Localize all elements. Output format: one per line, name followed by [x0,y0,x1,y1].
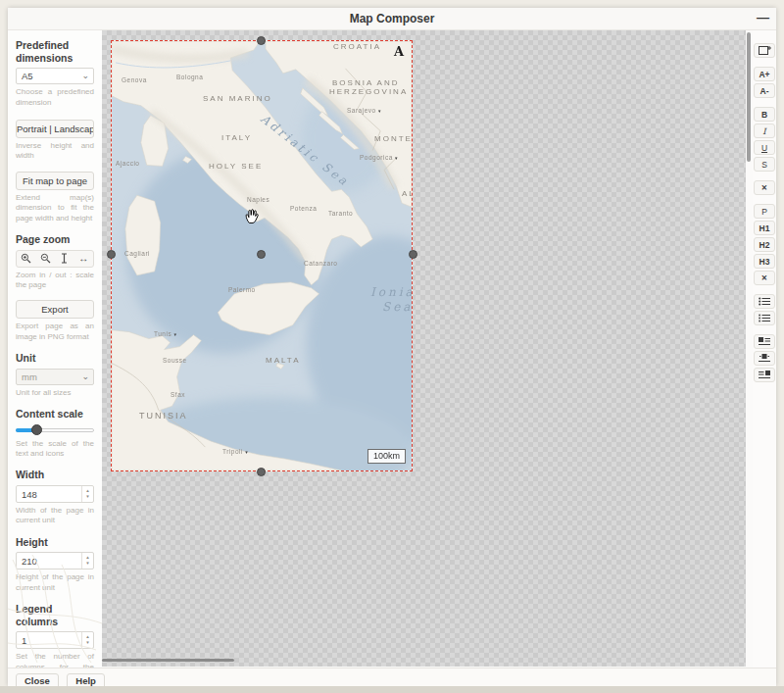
chevron-down-icon: ⌄ [81,69,89,83]
titlebar: Map Composer — [8,8,776,30]
width-field-wrap: ▲▼ [16,485,94,503]
paragraph-button[interactable]: P [754,204,775,219]
page-zoom-heading: Page zoom [16,233,94,246]
unit-select[interactable]: mm ⌄ [16,369,94,385]
sidebar: Predefined dimensions A5 ⌄ Choose a pred… [8,30,102,668]
spinner-down-icon[interactable]: ▼ [85,561,89,567]
chevron-down-icon: ⌄ [81,370,89,384]
scale-bar: 100km [368,449,406,464]
export-button[interactable]: Export [16,300,94,319]
font-decrease-button[interactable]: A- [754,83,775,98]
align-left-button[interactable] [754,334,775,349]
align-right-button[interactable] [754,368,775,382]
heading-1-button[interactable]: H1 [754,221,775,235]
composer-canvas[interactable]: CROATIA BOSNIA AND HERZEGOVINA SAN MARIN… [102,30,746,667]
add-page-icon [759,45,771,56]
predefined-dimension-value: A5 [22,71,33,81]
align-center-icon [759,354,770,363]
heading-2-button[interactable]: H2 [754,237,775,252]
section-page-zoom: Page zoom ↔ Zoom in / out : scale the pa… [16,233,94,290]
height-input[interactable] [17,553,81,569]
height-heading: Height [16,536,94,549]
unit-heading: Unit [16,352,94,365]
spinner-down-icon[interactable]: ▼ [85,494,89,500]
predefined-dimension-select[interactable]: A5 ⌄ [16,68,94,84]
city-marker-icon: ▾ [245,449,248,455]
label-malta: MALTA [266,356,300,365]
height-spinner[interactable]: ▲▼ [81,553,93,569]
label-bosnia-line1: BOSNIA AND [332,78,399,87]
legend-columns-field-wrap: ▲▼ [16,631,94,649]
strikethrough-button[interactable]: S [754,157,775,172]
font-increase-button[interactable]: A+ [754,67,775,81]
slider-knob[interactable] [31,424,42,435]
label-sousse: Sousse [163,357,187,364]
width-spinner[interactable]: ▲▼ [81,486,93,502]
horizontal-scrollbar[interactable] [102,659,234,662]
label-podgorica: Podgorica ▾ [360,154,398,161]
label-catanzaro: Catanzaro [304,260,338,267]
section-content-scale: Content scale Set the scale of the text … [16,408,94,459]
section-fit-map: Fit map to page Extend map(s) dimension … [16,172,94,223]
city-marker-icon: ▾ [173,331,176,337]
ordered-list-button[interactable] [754,311,775,325]
label-albania: AL [402,189,413,198]
vertical-scrollbar[interactable] [747,32,751,162]
bold-button[interactable]: B [754,107,775,122]
text-toolbar: A+ A- B I U S ✕ P H1 H2 H3 ✕ [753,30,776,668]
label-sfax: Sfax [171,391,185,398]
label-taranto: Taranto [328,210,353,217]
page-zoom-hint: Zoom in / out : scale the page [16,271,94,291]
legend-columns-input[interactable] [17,632,81,648]
section-height: Height ▲▼ Height of the page in current … [16,536,94,593]
section-predefined-dimensions: Predefined dimensions A5 ⌄ Choose a pred… [16,39,94,108]
hand-cursor-icon [244,208,261,224]
legend-columns-heading: Legend columns [16,603,94,627]
label-croatia: CROATIA [333,42,381,51]
footer-bar: Close Help [8,668,776,686]
clear-format-button[interactable]: ✕ [754,180,775,195]
content-scale-slider[interactable] [16,424,94,436]
city-marker-icon: ▾ [378,108,381,114]
zoom-out-icon[interactable] [38,253,52,265]
remove-item-button[interactable]: ✕ [754,271,775,285]
window-title: Map Composer [8,12,776,25]
fit-map-to-page-button[interactable]: Fit map to page [16,172,94,190]
section-width: Width ▲▼ Width of the page in current un… [16,469,94,525]
minimize-icon[interactable]: — [757,10,769,25]
align-center-button[interactable] [754,351,775,366]
unordered-list-button[interactable] [754,294,775,309]
add-text-item-button[interactable] [754,43,775,58]
italic-button[interactable]: I [754,124,775,138]
scale-width-icon[interactable]: ↔ [76,253,90,265]
label-palermo: Palermo [228,286,256,293]
north-arrow-icon: A [394,45,404,58]
section-export: Export Export page as an image in PNG fo… [16,300,94,342]
ordered-list-icon [759,314,770,322]
portrait-landscape-button[interactable]: Portrait | Landscape [16,120,94,138]
section-orientation: Portrait | Landscape Inverse height and … [16,120,94,162]
legend-columns-spinner[interactable]: ▲▼ [81,632,93,648]
page-zoom-group: ↔ [16,250,94,268]
label-potenza: Potenza [290,205,317,212]
label-ionian-line1: Ionian [370,285,413,299]
resize-handle-right[interactable] [409,250,417,259]
spinner-down-icon[interactable]: ▼ [85,640,89,646]
label-naples: Naples [247,196,270,203]
predefined-dimensions-heading: Predefined dimensions [16,39,94,64]
label-tripoli: Tripoli ▾ [222,448,248,455]
heading-3-button[interactable]: H3 [754,254,775,269]
resize-handle-bottom[interactable] [257,468,266,476]
background-strip [0,686,784,693]
move-handle-center[interactable] [257,250,266,259]
width-input[interactable] [17,486,81,502]
scale-height-icon[interactable] [58,253,72,265]
underline-button[interactable]: U [754,140,775,155]
content-scale-hint: Set the scale of the text and icons [16,439,94,460]
content-scale-heading: Content scale [16,408,94,421]
label-montenegro: MONTENEGRO [374,134,413,143]
width-heading: Width [16,469,94,481]
zoom-in-icon[interactable] [20,253,33,265]
resize-handle-top[interactable] [257,36,266,45]
resize-handle-left[interactable] [107,250,116,259]
